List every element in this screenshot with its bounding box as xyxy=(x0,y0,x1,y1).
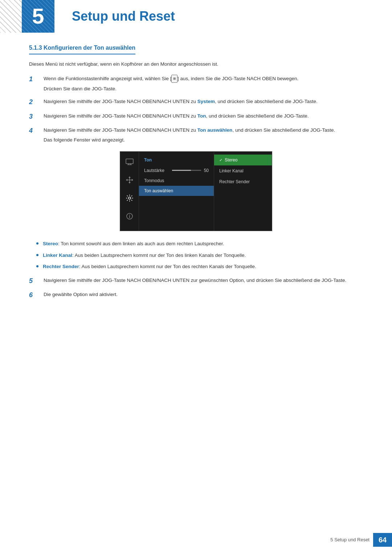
step-2-text-after: , und drücken Sie abschließend die JOG-T… xyxy=(215,99,318,104)
chapter-title: Setup und Reset xyxy=(72,7,175,26)
svg-marker-7 xyxy=(128,182,131,184)
step-2: 2 Navigieren Sie mithilfe der JOG-Taste … xyxy=(29,98,363,107)
submenu-stereo-label: Stereo xyxy=(225,157,237,163)
step-6-number: 6 xyxy=(29,291,40,300)
chapter-number: 5 xyxy=(32,0,44,33)
step-4: 4 Navigieren Sie mithilfe der JOG-Taste … xyxy=(29,126,363,144)
step-4-text-before: Navigieren Sie mithilfe der JOG-Taste NA… xyxy=(44,127,197,133)
bullet-rechter-bold: Rechter Sender xyxy=(43,264,79,269)
step-6-content: Die gewählte Option wird aktiviert. xyxy=(44,291,363,299)
footer-chapter-label: 5 Setup und Reset xyxy=(330,536,369,543)
chapter-number-box: 5 xyxy=(22,0,54,33)
svg-point-12 xyxy=(129,214,130,215)
submenu-item-rechter-sender: Rechter Sender xyxy=(214,176,272,187)
step-4-text-after: , und drücken Sie abschließend die JOG-T… xyxy=(232,127,335,133)
section-heading: 5.1.3 Konfigurieren der Ton auswählen xyxy=(29,44,135,54)
svg-rect-0 xyxy=(126,159,133,164)
header-stripes xyxy=(0,0,22,33)
step-6-text: Die gewählte Option wird aktiviert. xyxy=(44,292,118,297)
step-2-content: Navigieren Sie mithilfe der JOG-Taste NA… xyxy=(44,98,363,106)
step-4-number: 4 xyxy=(29,126,40,135)
lautstarke-fill xyxy=(172,170,191,171)
bullet-rechter-text: Rechter Sender: Aus beiden Lautsprechern… xyxy=(43,263,256,271)
submenu-rechter-label: Rechter Sender xyxy=(219,178,250,185)
step-2-number: 2 xyxy=(29,98,40,107)
sidebar-arrows-icon xyxy=(124,174,135,186)
page-footer: 5 Setup und Reset 64 xyxy=(0,533,392,547)
lautstarke-value: 50 xyxy=(204,167,209,174)
main-content: 5.1.3 Konfigurieren der Ton auswählen Di… xyxy=(0,44,392,334)
step-3-bold: Ton xyxy=(197,113,206,119)
step-1: 1 Wenn die Funktionstastenhilfe angezeig… xyxy=(29,75,363,93)
bullet-linker-text: Linker Kanal: Aus beiden Lautsprechern k… xyxy=(43,251,246,259)
step-6: 6 Die gewählte Option wird aktiviert. xyxy=(29,291,363,300)
bullet-linker-bold: Linker Kanal xyxy=(43,253,72,258)
step-2-bold: System xyxy=(197,99,215,104)
step-5: 5 Navigieren Sie mithilfe der JOG-Taste … xyxy=(29,276,363,286)
step-3-content: Navigieren Sie mithilfe der JOG-Taste NA… xyxy=(44,112,363,120)
bullet-item-stereo: Stereo: Ton kommt sowohl aus dem linken … xyxy=(36,240,363,248)
step-1-number: 1 xyxy=(29,75,40,84)
steps-after-list: 5 Navigieren Sie mithilfe der JOG-Taste … xyxy=(29,276,363,300)
bullet-dot-rechter xyxy=(36,265,38,267)
bullet-item-rechter-sender: Rechter Sender: Aus beiden Lautsprechern… xyxy=(36,263,363,271)
page-header: 5 Setup und Reset xyxy=(0,0,392,33)
step-4-subtext: Das folgende Fenster wird angezeigt. xyxy=(44,136,363,144)
lautstarke-slider xyxy=(172,170,201,171)
submenu-item-linker-kanal: Linker Kanal xyxy=(214,165,272,176)
submenu-linker-label: Linker Kanal xyxy=(219,168,244,174)
menu-submenu-panel: ✓ Stereo Linker Kanal Rechter Sender xyxy=(214,152,272,231)
checkmark-icon: ✓ xyxy=(219,157,222,163)
svg-point-10 xyxy=(128,197,131,199)
sidebar-monitor-icon xyxy=(124,156,135,168)
step-5-text: Navigieren Sie mithilfe der JOG-Taste NA… xyxy=(44,278,346,283)
step-1-subtext: Drücken Sie dann die JOG-Taste. xyxy=(44,85,363,93)
bullet-dot-stereo xyxy=(36,242,38,245)
svg-marker-8 xyxy=(126,179,127,181)
step-3-text-after: , und drücken Sie abschließend die JOG-T… xyxy=(206,113,309,119)
submenu-item-stereo: ✓ Stereo xyxy=(214,155,272,165)
svg-marker-9 xyxy=(132,179,133,181)
sidebar-gear-icon xyxy=(124,192,135,204)
bullet-dot-linker xyxy=(36,254,38,256)
menu-sidebar xyxy=(120,152,139,231)
bullet-stereo-bold: Stereo xyxy=(43,241,58,246)
footer-page-number: 64 xyxy=(373,533,392,547)
step-3: 3 Navigieren Sie mithilfe der JOG-Taste … xyxy=(29,112,363,121)
lautstarke-row: Lautstärke 50 xyxy=(139,165,214,176)
step-1-text-after: ] aus, indem Sie die JOG-Taste NACH OBEN… xyxy=(177,76,298,81)
menu-item-tonmodus: Tonmodus xyxy=(139,176,214,186)
sidebar-info-icon xyxy=(124,210,135,222)
menu-main-panel: Ton Lautstärke 50 Tonmodus Ton auswählen xyxy=(139,152,214,231)
step-2-text-before: Navigieren Sie mithilfe der JOG-Taste NA… xyxy=(44,99,197,104)
step-1-content: Wenn die Funktionstastenhilfe angezeigt … xyxy=(44,75,363,93)
menu-category-ton: Ton xyxy=(139,155,214,165)
steps-list: 1 Wenn die Funktionstastenhilfe angezeig… xyxy=(29,75,363,144)
jog-icon: ⊞ xyxy=(171,75,177,83)
lautstarke-label: Lautstärke xyxy=(144,167,172,174)
step-1-text-before: Wenn die Funktionstastenhilfe angezeigt … xyxy=(44,76,171,81)
bullet-list: Stereo: Ton kommt sowohl aus dem linken … xyxy=(36,240,363,271)
step-5-number: 5 xyxy=(29,276,40,286)
menu-container: Ton Lautstärke 50 Tonmodus Ton auswählen… xyxy=(120,151,272,231)
step-3-number: 3 xyxy=(29,112,40,121)
step-5-content: Navigieren Sie mithilfe der JOG-Taste NA… xyxy=(44,276,363,284)
step-4-content: Navigieren Sie mithilfe der JOG-Taste NA… xyxy=(44,126,363,144)
step-3-text-before: Navigieren Sie mithilfe der JOG-Taste NA… xyxy=(44,113,197,119)
bullet-item-linker-kanal: Linker Kanal: Aus beiden Lautsprechern k… xyxy=(36,251,363,259)
section-intro: Dieses Menü ist nicht verfügbar, wenn ei… xyxy=(29,60,363,68)
menu-item-ton-auswahlen: Ton auswählen xyxy=(139,186,214,196)
step-4-bold: Ton auswählen xyxy=(197,127,233,133)
bullet-stereo-text: Stereo: Ton kommt sowohl aus dem linken … xyxy=(43,240,224,248)
svg-marker-6 xyxy=(128,176,131,178)
menu-screenshot: Ton Lautstärke 50 Tonmodus Ton auswählen… xyxy=(29,151,363,231)
